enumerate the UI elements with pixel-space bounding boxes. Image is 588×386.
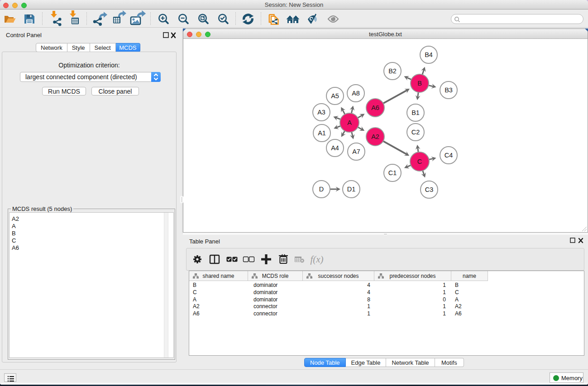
svg-text:A3: A3: [317, 109, 325, 116]
svg-text:A7: A7: [352, 148, 360, 155]
svg-text:A: A: [347, 119, 352, 126]
svg-text:A5: A5: [331, 92, 339, 100]
svg-text:f(x): f(x): [310, 254, 323, 265]
svg-text:C4: C4: [445, 152, 453, 159]
svg-text:C2: C2: [411, 129, 420, 136]
svg-text:A2: A2: [371, 133, 379, 140]
svg-text:C1: C1: [388, 169, 397, 176]
svg-text:B2: B2: [388, 67, 397, 75]
svg-text:C3: C3: [425, 186, 434, 193]
svg-text:B1: B1: [411, 109, 420, 116]
svg-text:A8: A8: [352, 90, 360, 97]
svg-text:A6: A6: [371, 104, 379, 111]
svg-text:D: D: [319, 186, 324, 193]
svg-text:A4: A4: [331, 144, 339, 152]
svg-text:D1: D1: [347, 186, 356, 193]
svg-text:B: B: [417, 80, 422, 87]
svg-text:B3: B3: [445, 86, 453, 94]
svg-text:A1: A1: [318, 129, 326, 137]
svg-text:B4: B4: [425, 51, 433, 58]
svg-text:C: C: [417, 158, 422, 165]
